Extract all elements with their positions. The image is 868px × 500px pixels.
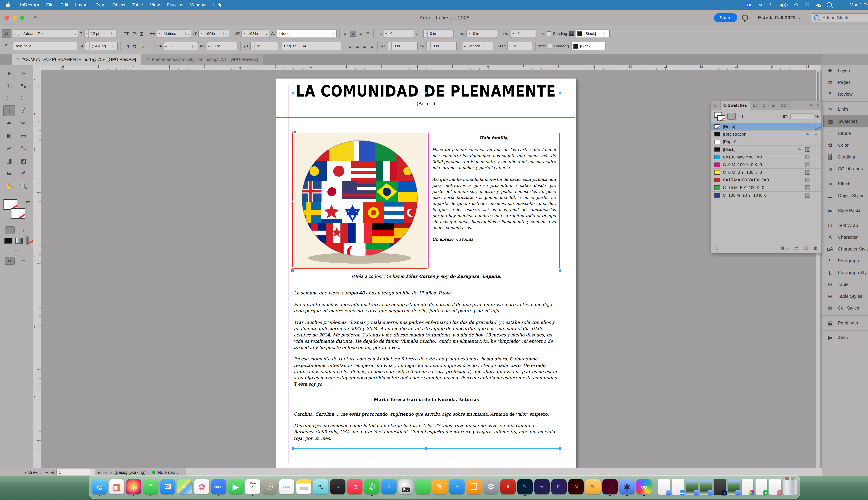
home-icon[interactable]: ⌂	[33, 13, 38, 22]
menu-type[interactable]: Type	[92, 2, 109, 8]
dock-app-icon[interactable]: ⚙	[483, 479, 499, 495]
font-family-select[interactable]: ⌕⌄Adriane Text⌄	[13, 30, 78, 38]
dock-app-icon[interactable]: ⌖	[177, 479, 192, 495]
panel-dock-item[interactable]: aA Character Styles	[823, 243, 868, 255]
previous-page-button[interactable]: ◀	[51, 470, 54, 475]
document-canvas[interactable]: LA COMUNIDAD DE PLENAMENTE (Parte 1) ∞	[41, 70, 820, 468]
selection-handle[interactable]	[559, 92, 561, 94]
language-select[interactable]: English: USA⌄	[282, 42, 341, 50]
shading-settings-icon[interactable]	[569, 31, 574, 36]
minimized-window-thumbnail[interactable]	[658, 479, 670, 495]
tool-button[interactable]: ⛶	[2, 92, 16, 104]
workspace-switcher[interactable]: Estella Fall 2023⌄	[758, 15, 801, 21]
wifi-icon[interactable]	[815, 3, 821, 7]
formatting-affects-text-button[interactable]: T	[19, 227, 28, 234]
panel-dock-item[interactable]: ⧉ Pages	[823, 76, 868, 88]
panel-dock-item[interactable]: ▦ Swatches	[823, 115, 868, 127]
panel-dock-item[interactable]: ∞ Links	[823, 103, 868, 115]
menu-table[interactable]: Table	[129, 2, 147, 8]
swatch-row[interactable]: [Registration] ✎	[711, 130, 821, 138]
all-caps-button[interactable]: TT	[123, 31, 130, 36]
adobe-stock-search[interactable]: Adobe Stock	[811, 13, 868, 22]
dock-app-icon[interactable]: ılı	[415, 479, 431, 495]
dock-app-icon[interactable]: Ai	[568, 479, 584, 495]
normal-view-mode-button[interactable]: ⧉	[5, 257, 14, 265]
leading-field[interactable]: ▴▾(14,4 pt)⌄	[85, 42, 118, 50]
letter-text-frame[interactable]: Hola familia, Hace un par de semanas en …	[429, 133, 560, 268]
shading-color-select[interactable]: [Black]⌄	[576, 30, 610, 38]
zoom-window-button[interactable]	[20, 16, 24, 20]
swatch-row[interactable]: C=15 M=100 Y=100 K=0	[711, 177, 821, 184]
tool-button[interactable]: ➤	[2, 67, 16, 79]
horizontal-scale-field[interactable]: ▴▾108%⌄	[241, 30, 269, 38]
tool-button[interactable]: ⊠	[2, 130, 16, 142]
tracking-field[interactable]: ▴▾0⌄	[164, 42, 198, 50]
dock-app-icon[interactable]: Mon 1	[245, 479, 260, 495]
linked-file-icon[interactable]: ∞	[293, 129, 297, 134]
dock-app-icon[interactable]: Pro	[398, 479, 413, 495]
close-window-button[interactable]	[5, 16, 9, 20]
superscript-button[interactable]: T¹	[132, 31, 138, 36]
view-swatch-list-icon[interactable]: ▦⌄	[780, 245, 788, 251]
page[interactable]: LA COMUNIDAD DE PLENAMENTE (Parte 1) ∞	[276, 78, 576, 468]
dock-app-icon[interactable]: Pr	[551, 479, 567, 495]
left-indent-field[interactable]: ▴▾0 in	[384, 30, 414, 38]
lowercase-button[interactable]: tt	[132, 44, 137, 49]
tool-button[interactable]: 🔍	[16, 180, 31, 192]
border-checkbox[interactable]	[548, 44, 552, 48]
apply-none-button[interactable]	[27, 237, 27, 244]
tool-button[interactable]: ▨	[16, 155, 31, 167]
font-style-select[interactable]: Bold Italic⌄	[12, 42, 77, 50]
swatch-row[interactable]: C=100 M=90 Y=10 K=0	[711, 192, 821, 199]
swatch-row[interactable]: C=100 M=0 Y=0 K=0	[711, 154, 821, 161]
tool-button[interactable]: ⤡	[16, 143, 31, 154]
justify-right-button[interactable]: ≣	[354, 43, 360, 49]
menu-layout[interactable]: Layout	[72, 2, 92, 8]
formatting-affects-text-button[interactable]: T	[739, 113, 746, 120]
fill-stroke-mini-proxy[interactable]	[714, 112, 724, 121]
minimized-window-thumbnail[interactable]	[728, 479, 740, 495]
menu-indesign[interactable]: InDesign	[17, 2, 43, 8]
small-caps-button[interactable]: Tᴛ	[124, 44, 130, 49]
frame-handle[interactable]	[292, 132, 294, 134]
close-tab-icon[interactable]: ✕	[146, 57, 149, 61]
dock-app-icon[interactable]: K	[381, 479, 397, 495]
preflight-profile[interactable]: [Basic] (working) ⌄	[115, 470, 149, 475]
page-number-field[interactable]: 1⌄	[56, 469, 95, 476]
menu-edit[interactable]: Edit	[57, 2, 72, 8]
tool-button[interactable]: 🗈	[2, 167, 16, 179]
first-page-button[interactable]: ⏮	[45, 470, 48, 475]
apply-gradient-button[interactable]	[15, 238, 23, 243]
dock-app-icon[interactable]: Id	[602, 479, 618, 495]
dock-app-icon[interactable]: ▶	[228, 479, 243, 495]
document-tab[interactable]: ✕ Plenamente.Comunity.Link.indd @ 75% [G…	[141, 54, 263, 65]
justify-left-button[interactable]: ≣	[365, 31, 370, 36]
dock-app-icon[interactable]: ePub	[585, 479, 601, 495]
view-options-icon[interactable]: ⚏	[12, 247, 21, 254]
preview-mode-button[interactable]: ▭	[19, 258, 28, 264]
dock-app-icon[interactable]: ▦	[109, 479, 124, 495]
preflight-status[interactable]: No errors ⌄	[158, 470, 179, 475]
dock-app-icon[interactable]: ✎	[432, 479, 447, 495]
swatch-row[interactable]: C=0 M=100 Y=0 K=0	[711, 161, 821, 169]
tool-button[interactable]: ✂	[2, 143, 16, 154]
font-size-field[interactable]: ▴▾12 pt⌄	[84, 30, 117, 38]
tool-button[interactable]: ✐	[16, 167, 31, 179]
dock-app-icon[interactable]: Ps	[517, 479, 533, 495]
flags-globe-image-frame[interactable]: ∞	[292, 133, 427, 269]
formatting-affects-container-button[interactable]: ▭	[5, 226, 14, 234]
drop-cap-lines-field[interactable]: ▴▾0	[511, 30, 536, 38]
dock-app-icon[interactable]: ∞	[637, 479, 652, 495]
selection-handle[interactable]	[559, 270, 561, 272]
swatch-row[interactable]: C=0 M=0 Y=100 K=0	[711, 169, 821, 177]
next-page-button[interactable]: ▶	[98, 470, 101, 475]
selection-handle[interactable]	[291, 270, 294, 272]
stroke-proxy-none[interactable]	[11, 208, 25, 219]
share-button[interactable]: Share	[714, 13, 737, 22]
frame-handle[interactable]	[292, 200, 294, 202]
formatting-affects-container-button[interactable]: ▭	[727, 113, 736, 120]
dock-app-icon[interactable]: ◉	[619, 479, 635, 495]
time-machine-icon[interactable]: ⟲	[793, 2, 799, 8]
align-center-button[interactable]: ≡	[350, 31, 356, 37]
panel-dock-item[interactable]: ❡ Paragraph Styles	[823, 267, 868, 279]
